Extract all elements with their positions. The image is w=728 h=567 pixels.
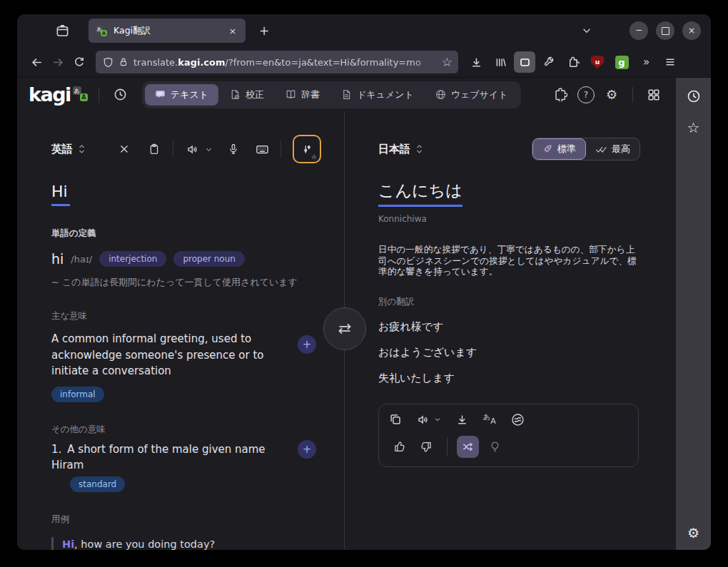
kagi-translate-favicon: あ A	[96, 26, 108, 37]
target-panel: 日本語 標準	[345, 111, 676, 550]
translate-badge-icon: あ A	[73, 86, 89, 102]
card-divider	[447, 437, 448, 456]
header-right-icons: ? ⚙	[550, 84, 664, 106]
downloads-icon[interactable]	[465, 51, 487, 73]
target-toolbar: 日本語 標準	[378, 136, 640, 163]
toolbar-divider	[173, 141, 173, 158]
primary-meaning-heading: 主な意味	[51, 310, 327, 322]
history-icon[interactable]	[109, 83, 132, 106]
alternative-translation[interactable]: 失礼いたします	[378, 372, 640, 385]
library-icon[interactable]	[490, 51, 511, 73]
screenshot-tool-icon[interactable]	[514, 51, 535, 73]
speak-options-chevron-icon[interactable]	[202, 139, 215, 159]
overflow-menu-icon[interactable]: »	[635, 51, 657, 73]
tab-text[interactable]: テキスト	[145, 84, 218, 106]
extensions-puzzle-icon[interactable]	[562, 51, 584, 73]
register-badge: standard	[70, 476, 125, 492]
minimize-button[interactable]: −	[630, 21, 648, 40]
lightbulb-icon[interactable]	[489, 441, 501, 453]
lock-icon[interactable]	[118, 57, 128, 67]
target-language-select[interactable]: 日本語	[378, 143, 423, 156]
double-check-icon	[595, 145, 607, 154]
new-tab-button[interactable]: +	[254, 21, 274, 41]
sidebar-settings-gear-icon[interactable]: ⚙	[687, 526, 699, 540]
extension-puzzle-icon[interactable]	[550, 84, 571, 106]
download-output-icon[interactable]	[456, 414, 468, 426]
speak-source-icon[interactable]	[182, 139, 202, 159]
swap-languages-button[interactable]	[323, 307, 366, 350]
document-check-icon	[230, 89, 241, 100]
browser-side-strip: ☆ ⚙	[676, 78, 711, 550]
add-translation-button[interactable]: +	[298, 335, 316, 354]
reload-button[interactable]	[69, 51, 90, 73]
paste-clipboard-icon[interactable]	[144, 139, 164, 159]
url-toolbar: translate.kagi.com/?from=en&to=ja&text=H…	[17, 47, 711, 77]
microphone-icon[interactable]	[223, 139, 243, 159]
kagi-header: kagi あ A テキスト	[17, 78, 676, 111]
kagi-main-column: kagi あ A テキスト	[17, 78, 676, 550]
copy-icon[interactable]	[389, 413, 402, 426]
alternative-translation[interactable]: おはようございます	[378, 346, 640, 359]
tab-document[interactable]: ドキュメント	[331, 84, 424, 106]
primary-definition: A common informal greeting, used to ackn…	[51, 331, 290, 379]
translation-output: こんにちは	[378, 180, 640, 207]
back-button[interactable]	[26, 51, 47, 73]
translation-settings-button-highlighted[interactable]: ☆	[293, 135, 321, 163]
primary-definition-row: A common informal greeting, used to ackn…	[51, 331, 327, 379]
source-language-select[interactable]: 英語	[51, 143, 86, 156]
tab-close-icon[interactable]: ×	[226, 24, 240, 38]
tab-proofread[interactable]: 校正	[220, 84, 274, 106]
window-controls: − ×	[630, 21, 701, 40]
firefox-view-icon[interactable]	[51, 20, 73, 41]
chat-bubble-icon	[155, 89, 166, 100]
mode-best-button[interactable]: 最高	[586, 138, 639, 160]
speak-output-icon[interactable]	[417, 414, 429, 426]
globe-icon	[435, 89, 446, 100]
thumbs-down-icon[interactable]	[416, 436, 436, 456]
page-body: kagi あ A テキスト	[17, 77, 711, 550]
clear-text-icon[interactable]	[114, 139, 134, 159]
thumbs-up-icon[interactable]	[389, 436, 409, 456]
shuffle-alternatives-button[interactable]	[457, 436, 479, 458]
transliteration-icon[interactable]: あA	[483, 414, 496, 425]
header-divider	[98, 87, 99, 103]
toolbar-extension-icons: u g »	[465, 51, 681, 73]
developer-wrench-icon[interactable]	[538, 51, 560, 73]
apps-grid-icon[interactable]	[643, 84, 664, 106]
source-text-input[interactable]: Hi	[51, 183, 327, 206]
tab-bar: あ A Kagi翻訳 × + − ×	[17, 14, 711, 47]
ghostery-icon[interactable]: g	[611, 51, 632, 73]
settings-gear-icon[interactable]: ⚙	[601, 84, 622, 106]
forward-button[interactable]	[47, 51, 69, 73]
ublock-origin-icon[interactable]: u	[587, 51, 608, 73]
pronunciation: /haɪ/	[71, 254, 92, 265]
bookmarks-sidebar-icon[interactable]: ☆	[687, 121, 700, 135]
url-bar[interactable]: translate.kagi.com/?from=en&to=ja&text=H…	[96, 51, 458, 73]
tab-dictionary[interactable]: 辞書	[275, 84, 330, 106]
maximize-button[interactable]	[656, 21, 674, 40]
bookmark-star-icon[interactable]: ☆	[442, 56, 453, 68]
other-meanings-heading: その他の意味	[51, 424, 327, 436]
browser-tab[interactable]: あ A Kagi翻訳 ×	[89, 19, 246, 43]
output-actions-row-2	[389, 436, 628, 458]
help-icon[interactable]: ?	[575, 84, 597, 106]
chevron-updown-icon	[415, 144, 423, 154]
add-translation-button[interactable]: +	[298, 440, 316, 459]
history-sidebar-icon[interactable]	[687, 89, 701, 103]
hamburger-menu-icon[interactable]	[659, 51, 681, 73]
tone-icon[interactable]	[511, 413, 525, 426]
mode-standard-button[interactable]: 標準	[532, 138, 586, 160]
kagi-logo[interactable]: kagi あ A	[29, 85, 89, 104]
tab-website[interactable]: ウェブサイト	[425, 84, 518, 106]
close-window-button[interactable]: ×	[682, 21, 701, 40]
quality-mode-toggle: 標準 最高	[532, 138, 640, 160]
shield-icon[interactable]	[103, 57, 113, 68]
speak-output-chevron-icon[interactable]	[434, 416, 441, 423]
list-tabs-chevron-icon[interactable]	[577, 21, 597, 41]
word-row: hi /haɪ/ interjection proper noun	[51, 251, 327, 267]
shuffle-icon	[462, 441, 474, 453]
alternative-translation[interactable]: お疲れ様です	[378, 320, 640, 334]
virtual-keyboard-icon[interactable]	[252, 139, 272, 159]
usage-note: ~ この単語は長期間にわたって一貫して使用されています	[51, 276, 327, 289]
url-text[interactable]: translate.kagi.com/?from=en&to=ja&text=H…	[133, 57, 437, 68]
